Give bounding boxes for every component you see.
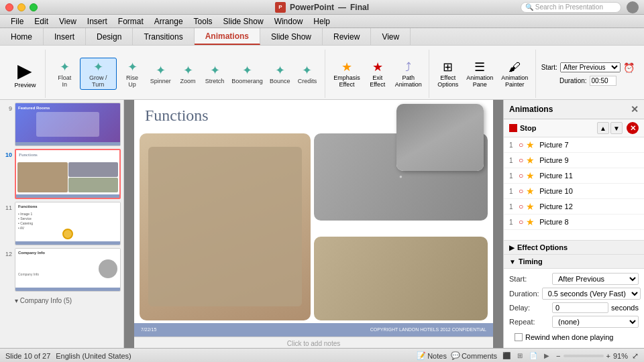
- slide-num-11: 11: [3, 204, 12, 211]
- presenter-view-icon[interactable]: ▶: [541, 351, 552, 361]
- user-icon[interactable]: [627, 1, 639, 13]
- animation-pane-button[interactable]: ☰ AnimationPane: [464, 58, 496, 89]
- menu-insert[interactable]: Insert: [82, 15, 113, 27]
- anim-spinner[interactable]: ✦ Spinner: [148, 62, 173, 86]
- anim-item-0[interactable]: 1 ○ ★ Picture 7: [504, 137, 644, 153]
- zoom-out-icon[interactable]: −: [556, 352, 560, 360]
- exit-button[interactable]: ★ ExitEffect: [366, 58, 390, 89]
- slide-sorter-icon[interactable]: ⊞: [515, 351, 525, 361]
- window-controls[interactable]: [5, 3, 38, 11]
- effect-options-button[interactable]: ⊞ EffectOptions: [435, 58, 461, 89]
- anim-item-1[interactable]: 1 ○ ★ Picture 9: [504, 153, 644, 168]
- slide-thumb-12[interactable]: Company Info Company Info: [15, 248, 121, 292]
- animation-reorder-arrows: ▲ ▼: [597, 122, 623, 134]
- current-slide[interactable]: Functions ●: [134, 100, 493, 337]
- anim-item-5[interactable]: 1 ○ ★ Picture 8: [504, 215, 644, 230]
- effect-options-header[interactable]: ▶ Effect Options: [504, 241, 644, 255]
- notes-button[interactable]: 📝 Notes: [417, 351, 447, 360]
- start-select[interactable]: After Previous: [560, 62, 621, 72]
- menu-slideshow[interactable]: Slide Show: [218, 15, 269, 27]
- tab-home[interactable]: Home: [0, 28, 44, 45]
- reading-view-icon[interactable]: 📄: [528, 351, 539, 361]
- search-box[interactable]: 🔍 Search in Presentation: [521, 2, 621, 13]
- comments-button[interactable]: 💬 Comments: [451, 351, 497, 360]
- effect-options-label: EffectOptions: [437, 74, 458, 88]
- timing-repeat-select[interactable]: (none): [552, 316, 639, 328]
- timing-section: ▼ Timing Start: After Previous Duration:…: [504, 255, 644, 348]
- animations-title-label: Animations: [509, 105, 553, 114]
- stop-square-icon: [509, 124, 517, 132]
- tab-insert[interactable]: Insert: [44, 28, 86, 45]
- start-row: Start: After Previous ⏰: [541, 62, 635, 73]
- slide-info: Slide 10 of 27: [5, 352, 50, 360]
- tab-review[interactable]: Review: [323, 28, 371, 45]
- view-icons: ⬛ ⊞ 📄 ▶: [501, 351, 552, 361]
- maximize-button[interactable]: [30, 3, 38, 11]
- timing-repeat-label: Repeat:: [509, 318, 549, 326]
- status-bar: Slide 10 of 27 English (United States) 📝…: [0, 348, 644, 362]
- zoom-in-icon[interactable]: +: [606, 352, 610, 360]
- duration-input[interactable]: [590, 76, 616, 86]
- move-down-arrow[interactable]: ▼: [610, 122, 623, 134]
- animation-painter-label: AnimationPainter: [501, 74, 528, 88]
- anim-item-2[interactable]: 1 ○ ★ Picture 11: [504, 168, 644, 184]
- anim-zoom[interactable]: ✦ Zoom: [176, 62, 200, 86]
- timing-header[interactable]: ▼ Timing: [504, 255, 644, 269]
- anim-float-in[interactable]: ✦ Float In: [52, 58, 77, 89]
- normal-view-icon[interactable]: ⬛: [501, 351, 512, 361]
- exit-label: ExitEffect: [370, 74, 385, 88]
- fit-to-window-icon[interactable]: ⤢: [632, 351, 639, 361]
- rewind-checkbox[interactable]: [515, 333, 523, 341]
- add-notes-bar[interactable]: Click to add notes: [134, 337, 493, 349]
- remove-animation-button[interactable]: ✕: [627, 122, 639, 134]
- menu-edit[interactable]: Edit: [29, 15, 54, 27]
- menu-window[interactable]: Window: [269, 15, 309, 27]
- move-up-arrow[interactable]: ▲: [597, 122, 609, 134]
- tab-design[interactable]: Design: [86, 28, 133, 45]
- anim-item-3[interactable]: 1 ○ ★ Picture 10: [504, 184, 644, 199]
- path-button[interactable]: ⤴ PathAnimation: [392, 59, 425, 89]
- anim-boomerang[interactable]: ✦ Boomerang: [229, 62, 265, 86]
- timing-start-select[interactable]: After Previous: [552, 273, 639, 285]
- zoom-slider[interactable]: [564, 355, 604, 357]
- start-up-icon[interactable]: ⏰: [623, 62, 635, 73]
- timing-expand-icon: ▼: [509, 258, 516, 265]
- menu-file[interactable]: File: [5, 15, 29, 27]
- emphasis-button[interactable]: ★ EmphasisEffect: [331, 58, 363, 89]
- photo-overlay-card: [396, 104, 484, 171]
- timing-delay-unit: seconds: [611, 304, 639, 312]
- stretch-label: Stretch: [205, 78, 225, 84]
- anim-stretch[interactable]: ✦ Stretch: [203, 62, 227, 86]
- slide-thumb-11[interactable]: Functions • Image 1 • Service • Catering…: [15, 202, 121, 245]
- animation-painter-button[interactable]: 🖌 AnimationPainter: [498, 59, 531, 89]
- animations-panel-close[interactable]: ✕: [631, 104, 639, 115]
- minimize-button[interactable]: [17, 3, 25, 11]
- menu-view[interactable]: View: [54, 15, 82, 27]
- stop-button[interactable]: Stop: [509, 124, 593, 132]
- anim-item-4[interactable]: 1 ○ ★ Picture 12: [504, 199, 644, 215]
- menu-tools[interactable]: Tools: [189, 15, 218, 27]
- menu-arrange[interactable]: Arrange: [149, 15, 189, 27]
- tab-view[interactable]: View: [371, 28, 411, 45]
- preview-button[interactable]: ▶ Preview: [10, 58, 40, 90]
- tab-animations[interactable]: Animations: [195, 28, 260, 45]
- tab-transitions[interactable]: Transitions: [133, 28, 194, 45]
- menu-format[interactable]: Format: [113, 15, 149, 27]
- animations-panel-title: Animations ✕: [504, 100, 644, 119]
- timing-delay-input[interactable]: [552, 302, 608, 313]
- timing-duration-select[interactable]: 0.5 seconds (Very Fast): [542, 288, 641, 300]
- canvas-area: Functions ●: [124, 100, 503, 348]
- anim-rise-up[interactable]: ✦ Rise Up: [119, 58, 146, 89]
- exit-icon: ★: [372, 60, 383, 74]
- anim-credits[interactable]: ✦ Credits: [295, 62, 319, 86]
- anim-bounce[interactable]: ✦ Bounce: [268, 62, 292, 86]
- close-button[interactable]: [5, 3, 13, 11]
- slide-panel: 9 Featured Rooms 10 Functions: [0, 100, 124, 348]
- comments-icon: 💬: [451, 351, 460, 360]
- anim-grow-turn[interactable]: ✦ Grow / Turn: [80, 58, 117, 90]
- slide-thumb-9[interactable]: Featured Rooms: [15, 103, 121, 146]
- slide-thumb-10[interactable]: Functions: [15, 149, 121, 199]
- menu-help[interactable]: Help: [308, 15, 335, 27]
- tab-slideshow[interactable]: Slide Show: [260, 28, 323, 45]
- slide-item-10: 10 Functions: [3, 149, 121, 199]
